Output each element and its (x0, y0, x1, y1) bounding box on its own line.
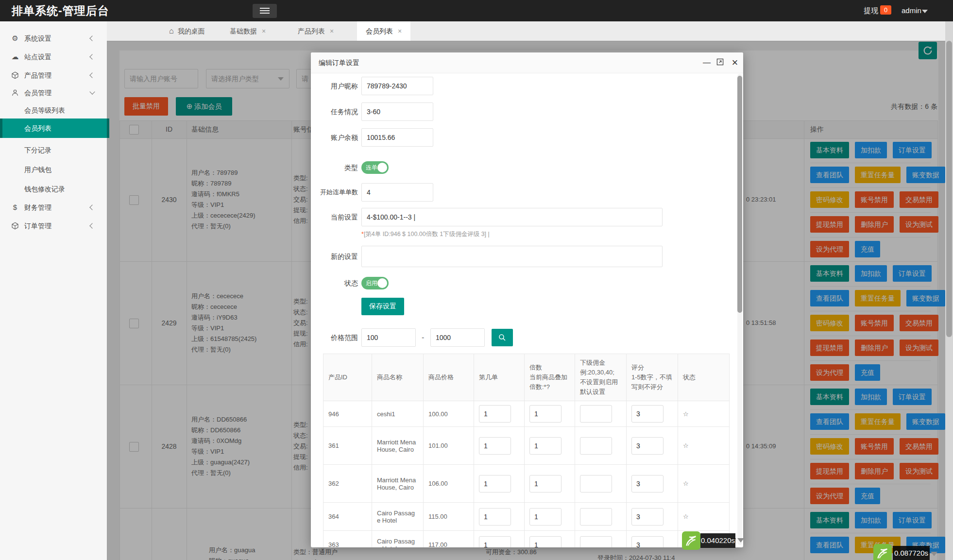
tab-product-list[interactable]: 产品列表× (289, 21, 342, 41)
product-name: Marriott Mena House, Cairo (372, 427, 424, 465)
trace-leaf-icon[interactable] (873, 544, 892, 560)
site-icon: ☁ (11, 48, 19, 66)
sidebar-item-system-settings[interactable]: ⚙ 系统设置 (0, 29, 107, 48)
multiple-input[interactable] (529, 437, 562, 455)
product-id: 363 (323, 531, 372, 548)
chevron-left-icon (89, 223, 95, 228)
page-scrollbar-thumb[interactable] (946, 41, 952, 337)
rating-input[interactable] (631, 536, 664, 548)
home-icon: ⌂ (169, 27, 174, 35)
sidebar-item-finance-management[interactable]: $ 财务管理 (0, 198, 107, 217)
hamburger-menu-icon[interactable] (253, 4, 277, 18)
admin-user-menu[interactable]: admin (902, 0, 921, 21)
rating-input[interactable] (631, 475, 664, 492)
order-number-input[interactable] (479, 536, 511, 548)
modal-scrollbar-thumb[interactable] (737, 76, 742, 313)
product-name: Cairo Passage Hotel (372, 503, 424, 531)
chevron-left-icon (89, 72, 95, 78)
close-icon[interactable]: × (330, 27, 334, 35)
balance-label: 账户余额 (312, 128, 358, 147)
sidebar-item-user-wallet[interactable]: 用户钱包 (0, 161, 107, 178)
order-number-input[interactable] (479, 405, 511, 423)
toggle-knob (377, 278, 387, 288)
status-label: 状态 (312, 277, 358, 289)
save-settings-button[interactable]: 保存设置 (361, 298, 404, 315)
product-row: 362 Marriott Mena House, Cairo 106.00 ☆ (323, 465, 730, 503)
close-icon[interactable]: × (262, 27, 266, 35)
star-icon[interactable]: ☆ (683, 442, 689, 449)
sidebar-item-product-management[interactable]: 产品管理 (0, 66, 107, 85)
start-count-input[interactable] (361, 183, 433, 202)
chevron-left-icon (89, 204, 95, 210)
product-id: 362 (323, 465, 372, 503)
tab-member-list[interactable]: 会员列表× (357, 21, 410, 41)
multiple-input[interactable] (529, 405, 562, 423)
sidebar-item-withdraw-records[interactable]: 下分记录 (0, 142, 107, 158)
product-row: 363 Cairo Passage Hotel 117.00 ☆ (323, 531, 730, 548)
tab-basic-data[interactable]: 基础数据× (221, 21, 274, 41)
sidebar-item-site-settings[interactable]: ☁ 站点设置 (0, 48, 107, 66)
new-settings-input[interactable] (361, 246, 663, 267)
balance-input[interactable] (361, 128, 433, 147)
sidebar-item-member-list[interactable]: 会员列表 (0, 119, 109, 138)
col-product-id: 产品ID (323, 354, 372, 401)
multiple-input[interactable] (529, 536, 562, 548)
trace-leaf-icon[interactable] (682, 531, 700, 550)
task-status-input[interactable] (361, 102, 433, 121)
order-number-input[interactable] (479, 437, 511, 455)
star-icon[interactable]: ☆ (683, 513, 689, 520)
multiple-input[interactable] (529, 475, 562, 492)
col-status: 状态 (678, 354, 730, 401)
price-max-input[interactable] (430, 328, 485, 347)
order-number-input[interactable] (479, 475, 511, 492)
withdraw-count-badge: 0 (880, 5, 891, 15)
rating-input[interactable] (631, 405, 664, 423)
tab-my-desktop[interactable]: ⌂我的桌面 (160, 21, 214, 41)
product-id: 361 (323, 427, 372, 465)
product-name: Marriott Mena House, Cairo (372, 465, 424, 503)
close-icon[interactable]: × (731, 56, 739, 65)
star-icon[interactable]: ☆ (683, 410, 689, 418)
commission-input[interactable] (580, 536, 612, 548)
withdraw-link[interactable]: 提现 (864, 0, 878, 21)
sidebar-item-member-level-list[interactable]: 会员等级列表 (0, 102, 107, 119)
close-icon[interactable]: × (398, 27, 402, 35)
trace-caret-icon[interactable] (737, 538, 744, 543)
col-product-price: 商品价格 (424, 354, 474, 401)
trace-caret-icon[interactable] (931, 552, 937, 556)
sidebar: ⚙ 系统设置 ☁ 站点设置 产品管理 会员管理 会员等级列表 会员列表 下分记录 (0, 21, 107, 560)
app-title: 排单系统-管理后台 (12, 0, 109, 21)
type-toggle[interactable]: 连单 (361, 161, 389, 174)
screen: 排单系统-管理后台 提现 0 admin ⚙ 系统设置 ☁ 站点设置 产品管理 … (0, 0, 953, 560)
minimize-icon[interactable]: — (702, 58, 711, 67)
price-min-input[interactable] (361, 328, 416, 347)
status-toggle[interactable]: 启用 (361, 277, 389, 289)
tab-bar: ⌂我的桌面 基础数据× 产品列表× 会员列表× (107, 21, 953, 41)
product-price: 117.00 (424, 531, 474, 548)
task-status-label: 任务情况 (312, 102, 358, 121)
price-search-button[interactable] (492, 329, 513, 346)
search-icon (498, 333, 507, 342)
product-box-icon (11, 66, 19, 85)
product-price: 100.00 (424, 401, 474, 427)
sidebar-item-order-management[interactable]: 订单管理 (0, 217, 107, 235)
modal-title-bar: 编辑订单设置 — × (311, 52, 743, 73)
current-settings-input[interactable] (361, 208, 663, 226)
product-row: 364 Cairo Passage Hotel 115.00 ☆ (323, 503, 730, 531)
maximize-icon[interactable] (715, 58, 724, 67)
nickname-input[interactable] (361, 77, 433, 95)
commission-input[interactable] (580, 437, 612, 455)
commission-input[interactable] (580, 508, 612, 526)
star-icon[interactable]: ☆ (683, 480, 689, 487)
order-box-icon (11, 217, 19, 235)
order-number-input[interactable] (479, 508, 511, 526)
sidebar-item-wallet-modify-records[interactable]: 钱包修改记录 (0, 181, 107, 197)
col-product-name: 商品名称 (372, 354, 424, 401)
rating-input[interactable] (631, 437, 664, 455)
commission-input[interactable] (580, 405, 612, 423)
sidebar-item-member-management[interactable]: 会员管理 (0, 84, 107, 102)
commission-input[interactable] (580, 475, 612, 492)
product-price: 115.00 (424, 503, 474, 531)
multiple-input[interactable] (529, 508, 562, 526)
rating-input[interactable] (631, 508, 664, 526)
